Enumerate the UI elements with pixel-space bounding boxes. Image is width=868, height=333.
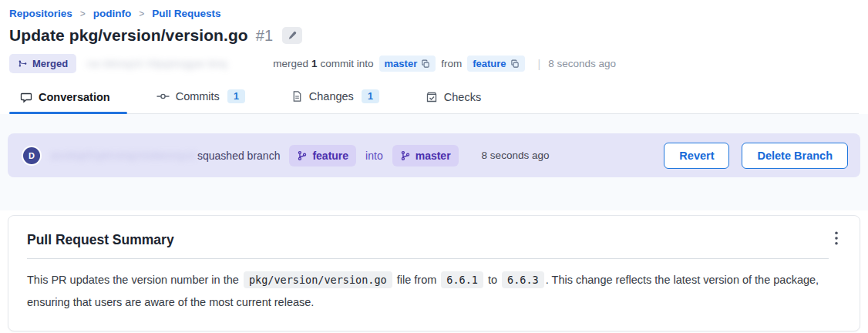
merged-word: merged: [273, 58, 308, 69]
kebab-icon: [835, 231, 838, 245]
breadcrumb: Repositories > podinfo > Pull Requests: [9, 8, 859, 19]
copy-icon[interactable]: [510, 59, 520, 69]
target-branch-chip[interactable]: master: [379, 56, 436, 72]
pr-meta-row: Merged na kbtxqzti hfpqmxgyw bnq merged …: [9, 54, 859, 73]
merged-status-label: Merged: [32, 58, 68, 69]
copy-icon[interactable]: [421, 59, 430, 69]
breadcrumb-separator: >: [80, 8, 86, 19]
commits-count-badge: 1: [227, 89, 245, 103]
git-branch-icon: [400, 150, 411, 161]
summary-card-title: Pull Request Summary: [27, 232, 841, 248]
git-branch-icon: [297, 150, 308, 161]
revert-button[interactable]: Revert: [664, 143, 729, 169]
commit-icon: [156, 90, 170, 103]
banner-time-ago: 8 seconds ago: [482, 150, 550, 161]
banner-into-word: into: [365, 150, 383, 162]
breadcrumb-separator: >: [139, 8, 144, 19]
card-menu-button[interactable]: [830, 228, 843, 248]
tab-conversation[interactable]: Conversation: [9, 82, 127, 113]
tab-changes-label: Changes: [309, 90, 354, 103]
tab-checks[interactable]: Checks: [415, 82, 498, 113]
merge-event-banner: D avxkqtfcphrelqzmdwsnycb squashed branc…: [8, 133, 860, 177]
git-merge-icon: [18, 59, 28, 69]
summary-body: This PR updates the version number in th…: [27, 269, 836, 314]
pr-number: #1: [256, 27, 273, 45]
breadcrumb-podinfo[interactable]: podinfo: [93, 8, 131, 19]
banner-source-branch-label: feature: [312, 150, 348, 162]
page-header: Repositories > podinfo > Pull Requests U…: [0, 0, 868, 114]
pr-title: Update pkg/version/version.go: [9, 26, 248, 45]
conversation-section: D avxkqtfcphrelqzmdwsnycb squashed branc…: [0, 114, 868, 210]
avatar[interactable]: D: [23, 147, 40, 164]
pencil-icon: [288, 31, 297, 40]
breadcrumb-repositories[interactable]: Repositories: [9, 8, 72, 19]
tab-commits-label: Commits: [176, 90, 220, 103]
delete-branch-button[interactable]: Delete Branch: [742, 143, 848, 169]
pr-time-ago: 8 seconds ago: [548, 58, 616, 69]
tab-changes[interactable]: Changes 1: [281, 81, 396, 113]
tab-conversation-label: Conversation: [39, 91, 110, 103]
comment-icon: [20, 91, 32, 103]
from-word: from: [441, 58, 462, 69]
pr-tabs: Conversation Commits 1 Changes 1 Checks: [9, 81, 859, 114]
banner-target-branch-label: master: [415, 150, 451, 162]
pr-author-redacted: na kbtxqzti hfpqmxgyw bnq: [87, 58, 268, 69]
commit-count: 1: [311, 58, 318, 69]
source-branch-chip[interactable]: feature: [467, 56, 524, 72]
breadcrumb-pull-requests[interactable]: Pull Requests: [152, 8, 220, 19]
card-divider: [27, 258, 829, 259]
checks-icon: [426, 91, 438, 103]
tab-checks-label: Checks: [444, 91, 481, 103]
banner-target-branch-chip[interactable]: master: [392, 145, 459, 166]
merge-author-redacted: avxkqtfcphrelqzmdwsnycb: [51, 150, 196, 161]
target-branch-link[interactable]: master: [385, 58, 418, 69]
merge-action-text: squashed branch: [197, 150, 280, 162]
file-diff-icon: [291, 90, 303, 103]
meta-divider: |: [538, 58, 541, 70]
banner-source-branch-chip[interactable]: feature: [289, 145, 356, 166]
merged-status-badge: Merged: [9, 54, 76, 73]
changes-count-badge: 1: [362, 89, 379, 103]
commit-into-words: commit into: [321, 58, 374, 69]
pull-request-summary-card: Pull Request Summary This PR updates the…: [8, 215, 860, 331]
source-branch-link[interactable]: feature: [473, 58, 506, 69]
edit-title-button[interactable]: [282, 27, 302, 44]
tab-commits[interactable]: Commits 1: [146, 81, 262, 113]
comments-section: Pull Request Summary This PR updates the…: [0, 210, 868, 331]
